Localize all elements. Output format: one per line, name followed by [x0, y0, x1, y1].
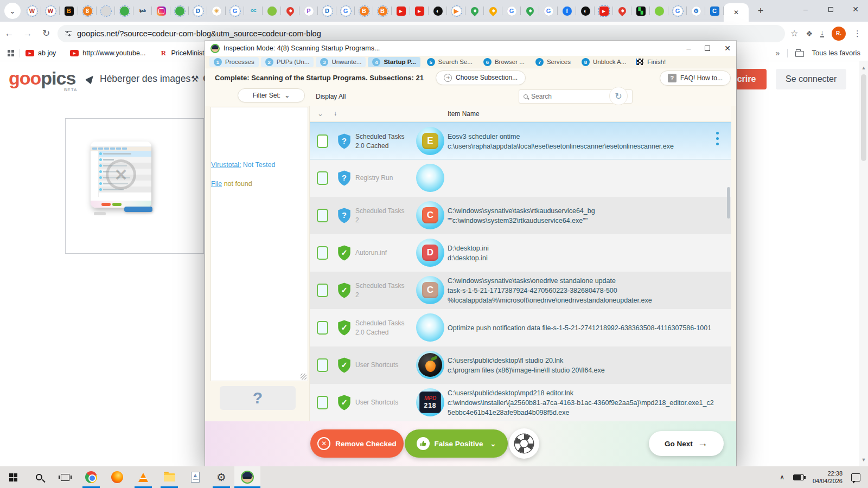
forward-button[interactable]: →: [18, 28, 37, 39]
scan-result-row[interactable]: ✓User ShortcutsC:\users\public\desktop\f…: [310, 346, 731, 384]
scrollbar-thumb[interactable]: [861, 74, 866, 161]
browser-tab[interactable]: W: [41, 0, 60, 22]
browser-tab[interactable]: ▚: [631, 0, 650, 22]
scan-result-row[interactable]: ?Registry Run: [310, 159, 731, 197]
browser-tab[interactable]: ▶: [447, 0, 465, 22]
profile-avatar[interactable]: R.: [832, 27, 846, 41]
wizard-step-finish[interactable]: Finish!: [633, 59, 666, 65]
scroll-up-icon[interactable]: ▲: [859, 63, 868, 72]
row-checkbox[interactable]: [317, 171, 328, 185]
minimize-button[interactable]: –: [686, 44, 691, 53]
url-text[interactable]: goopics.net/?source=codeur-com-blog&utm_…: [77, 29, 321, 38]
sort-arrow-icon[interactable]: ↓: [334, 110, 337, 117]
table-scrollbar[interactable]: [727, 187, 730, 421]
taskbar-search[interactable]: [26, 466, 52, 488]
bookmarks-overflow-icon[interactable]: »: [776, 49, 780, 57]
scan-result-row[interactable]: ?Scheduled Tasks2CC:\windows\sysnative\t…: [310, 197, 731, 234]
page-scrollbar[interactable]: ▲ ▼: [859, 61, 868, 466]
taskbar-file-explorer[interactable]: [156, 466, 182, 488]
address-bar[interactable]: goopics.net/?source=codeur-com-blog&utm_…: [58, 25, 785, 42]
browser-tab[interactable]: B: [60, 0, 78, 22]
wizard-step-processes[interactable]: 1Processes: [209, 57, 259, 67]
tray-chevron-icon[interactable]: ∧: [780, 473, 784, 481]
row-menu-icon[interactable]: [716, 132, 719, 145]
wizard-step-searchse[interactable]: 5Search Se...: [423, 57, 477, 67]
taskbar-wordpad[interactable]: A: [182, 466, 208, 488]
taskbar-firefox[interactable]: [104, 466, 130, 488]
item-name-header[interactable]: Item Name: [448, 110, 480, 118]
browser-tab[interactable]: [97, 0, 115, 22]
bookmark-item[interactable]: ▶ab joy: [25, 49, 56, 57]
back-button[interactable]: ←: [0, 28, 18, 39]
active-tab[interactable]: ✕: [724, 3, 749, 22]
wizard-step-startupp[interactable]: 4Startup P...: [368, 57, 420, 67]
scan-result-row[interactable]: ✓Scheduled Tasks2.0 CachedOptimize push …: [310, 309, 731, 346]
window-title-bar[interactable]: Inspection Mode: 4(8) Scanning Startup P…: [205, 41, 736, 56]
taskbar-chrome[interactable]: [78, 466, 104, 488]
refresh-button[interactable]: ↻: [609, 87, 628, 105]
browser-tab[interactable]: ▶: [595, 0, 613, 22]
browser-tab[interactable]: [465, 0, 484, 22]
browser-tab[interactable]: ▶: [410, 0, 429, 22]
virustotal-link[interactable]: Virustotal:: [211, 161, 241, 169]
login-button[interactable]: Se connecter: [776, 69, 846, 89]
browser-tab[interactable]: G: [226, 0, 244, 22]
browser-tab[interactable]: G: [668, 0, 687, 22]
browser-tab[interactable]: ◐: [576, 0, 595, 22]
nav-upload-images[interactable]: Héberger des images: [87, 73, 190, 85]
extensions-icon[interactable]: ❖: [806, 29, 813, 38]
search-input[interactable]: [531, 93, 612, 100]
uploaded-image-thumbnail[interactable]: [91, 142, 151, 208]
browser-tab[interactable]: ✳: [207, 0, 226, 22]
browser-tab[interactable]: B: [373, 0, 392, 22]
browser-tab[interactable]: D: [189, 0, 207, 22]
browser-tab[interactable]: [650, 0, 668, 22]
browser-tab[interactable]: [484, 0, 502, 22]
refresh-button[interactable]: ↻: [37, 28, 55, 39]
browser-tab[interactable]: [613, 0, 631, 22]
help-lifering-button[interactable]: [509, 428, 539, 459]
browser-tab[interactable]: lpdr: [133, 0, 152, 22]
browser-tab[interactable]: [521, 0, 539, 22]
browser-tab[interactable]: G: [336, 0, 355, 22]
close-button[interactable]: ✕: [724, 44, 731, 53]
row-checkbox[interactable]: [317, 321, 328, 335]
scan-result-row[interactable]: ✓User ShortcutsMPD218C:\users\public\des…: [310, 384, 731, 421]
wizard-step-unblocka[interactable]: 8Unblock A...: [577, 57, 630, 67]
browser-tab[interactable]: G: [502, 0, 521, 22]
browser-tab[interactable]: B: [355, 0, 373, 22]
browser-tab[interactable]: ⚙: [687, 0, 705, 22]
choose-subsection-button[interactable]: ➔ Choose Subsection...: [436, 70, 526, 85]
wizard-step-pupsun[interactable]: 2PUPs (Un...: [261, 57, 314, 67]
chevron-down-icon[interactable]: ⌄: [490, 440, 496, 448]
browser-tab[interactable]: ▶: [392, 0, 410, 22]
scan-result-row[interactable]: ✓Scheduled Tasks2CC:\windows\sysnative\t…: [310, 272, 731, 309]
faq-button[interactable]: ? FAQ! How to...: [660, 70, 731, 86]
all-favorites-label[interactable]: Tous les favoris: [812, 49, 860, 57]
row-checkbox[interactable]: [317, 396, 328, 409]
scroll-down-icon[interactable]: ▼: [859, 455, 868, 464]
taskbar-settings[interactable]: ⚙: [208, 466, 234, 488]
action-center-icon[interactable]: [851, 473, 860, 481]
maximize-button[interactable]: [818, 0, 843, 18]
taskbar-vlc[interactable]: [130, 466, 156, 488]
wizard-step-unwante[interactable]: 3Unwante...: [316, 57, 366, 67]
row-checkbox[interactable]: [317, 246, 328, 260]
tab-search-button[interactable]: ⌄: [4, 3, 21, 19]
new-tab-button[interactable]: +: [753, 3, 768, 18]
go-next-button[interactable]: Go Next →: [649, 431, 724, 456]
browser-tab[interactable]: P: [299, 0, 318, 22]
goopics-logo[interactable]: goopics: [9, 68, 75, 89]
bookmark-star-icon[interactable]: ☆: [790, 28, 798, 38]
file-link[interactable]: File: [211, 180, 222, 188]
false-positive-button[interactable]: False Positive ⌄: [405, 429, 508, 458]
browser-tab[interactable]: [152, 0, 170, 22]
row-checkbox[interactable]: [317, 284, 328, 297]
browser-tab[interactable]: [115, 0, 133, 22]
browser-tab[interactable]: 8: [78, 0, 97, 22]
remove-checked-button[interactable]: ✕ Remove Checked: [310, 429, 404, 458]
site-settings-icon[interactable]: [65, 31, 72, 36]
taskbar-unhackme[interactable]: [234, 466, 260, 488]
clock[interactable]: 22:38 04/04/2026: [813, 470, 843, 485]
downloads-icon[interactable]: ↓: [820, 29, 824, 37]
